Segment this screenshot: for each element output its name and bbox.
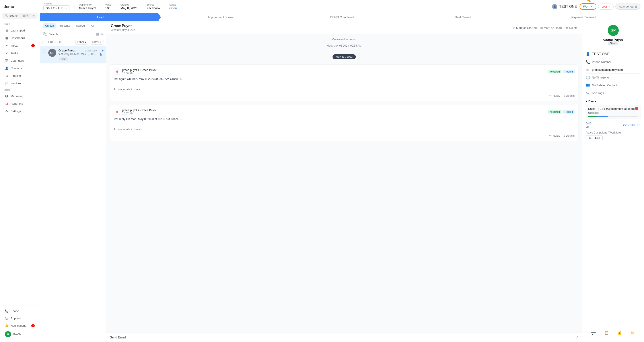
sidebar-item-launchpad[interactable]: ⊞ Launchpad — [1, 27, 38, 34]
gmail-icon-1: M — [114, 69, 120, 75]
created-field: Created May 8, 2023 — [120, 3, 138, 10]
configure-link[interactable]: CONFIGURE — [623, 123, 640, 127]
sidebar-label-settings: Settings — [11, 110, 21, 113]
reply-button-2[interactable]: ↩ Reply — [549, 134, 560, 137]
bottom-tab-4[interactable]: 📁 — [626, 329, 639, 337]
message-badges-2: Accepted Replied — [548, 110, 575, 114]
inbox-badge: 1 — [31, 44, 35, 47]
details-button-1[interactable]: ℹ Details — [564, 94, 575, 97]
reply-button-1[interactable]: ↩ Reply — [549, 94, 560, 97]
details-button-2[interactable]: ℹ Details — [564, 134, 575, 137]
sidebar-item-pipeline[interactable]: ⊟ Pipeline — [1, 72, 38, 79]
deal-delete-icon[interactable] — [635, 107, 638, 110]
flash-icon: ⚡ — [32, 14, 35, 17]
stage-deal-closed[interactable]: Deal Closed — [402, 13, 523, 21]
star-icon: ☆ — [512, 26, 515, 30]
sidebar-item-profile[interactable]: G Profile — [1, 329, 38, 339]
deals-header[interactable]: ▾ Deals — [586, 100, 640, 103]
message-body-1: test again On Mon, May 8, 2023 at 9:59 A… — [114, 77, 575, 91]
sidebar-item-reporting[interactable]: 📊 Reporting — [1, 100, 38, 107]
assigned-user-value: TEST ONE — [592, 52, 610, 56]
reply-icon-1: ↩ — [549, 94, 552, 97]
mark-read-button[interactable]: ✉ Mark as Read — [540, 26, 562, 30]
search-button[interactable]: 🔍 Search ctrl K ⚡ — [2, 13, 38, 19]
action-buttons: Won ✓ Lost ✕ Abandoned ⊟ — [580, 3, 640, 10]
conversation-began-label: Conversation began — [110, 38, 578, 41]
sidebar-label-profile: Profile — [13, 333, 22, 336]
tab-starred[interactable]: Starred — [73, 23, 87, 28]
won-button[interactable]: Won ✓ — [580, 3, 596, 10]
bottom-tab-1[interactable]: 💬 — [588, 329, 600, 337]
sort-label: Latest — [92, 41, 99, 44]
select-all-checkbox[interactable] — [42, 41, 46, 44]
status-value: Open — [169, 7, 177, 10]
delete-button[interactable]: 🗑 Delete — [565, 26, 578, 30]
results-count: 1 RESULTS — [48, 41, 62, 44]
badge-accepted-1: Accepted — [548, 70, 562, 73]
sidebar-item-notifications[interactable]: 🔔 Notifications 4 — [1, 322, 38, 329]
deals-label: Deals — [588, 100, 596, 103]
lost-button[interactable]: Lost ✕ — [598, 4, 614, 10]
tab-unread[interactable]: Unread — [42, 23, 56, 28]
panels: Unread Recents Starred All 🔍 ⊞ — [40, 21, 644, 342]
stage-demo-label: DEMO Completed — [330, 16, 354, 19]
filter-dropdown[interactable]: Other ▾ — [75, 40, 88, 45]
conv-item-checkbox[interactable] — [42, 49, 46, 53]
sidebar-label-calendars: Calendars — [11, 59, 24, 62]
sidebar-item-dashboard[interactable]: ▦ Dashboard — [1, 34, 38, 42]
sort-dropdown[interactable]: Latest ▾ — [90, 40, 104, 45]
stage-lead[interactable]: Lead — [40, 13, 161, 21]
message-more-1: 1 more emails in thread — [114, 87, 575, 91]
expand-icon[interactable]: ⤢ — [576, 335, 578, 339]
bottom-tab-3[interactable]: 💰 — [614, 329, 626, 337]
stage-demo-completed[interactable]: DEMO Completed — [281, 13, 402, 21]
notifications-badge: 4 — [31, 324, 35, 327]
sidebar-label-dashboard: Dashboard — [11, 36, 25, 40]
compose-icon[interactable]: ✏ — [100, 32, 104, 36]
filter-icon[interactable]: ⊞ — [96, 32, 99, 36]
created-value: May 8, 2023 — [120, 7, 138, 10]
mark-starred-button[interactable]: ☆ Mark as Starred — [512, 26, 536, 30]
sidebar-item-invoices[interactable]: 📄 Invoices — [1, 80, 38, 87]
search-icon: 🔍 — [4, 14, 8, 17]
sidebar-item-inbox[interactable]: ✉ Inbox 1 — [1, 42, 38, 49]
badge-replied-1: Replied — [563, 70, 575, 73]
message-header-1: M grace puyot > Grace Puyot 10:00 AM Acc… — [114, 68, 575, 75]
opportunity-field: Opportunity Grace Puyot — [79, 3, 96, 10]
sidebar-item-phone[interactable]: 📞 Phone — [1, 307, 38, 314]
tab-all[interactable]: All — [88, 23, 96, 28]
unread-dot — [102, 50, 104, 52]
link-icon: 👥 — [586, 83, 590, 87]
launchpad-icon: ⊞ — [5, 29, 8, 32]
sidebar-item-settings[interactable]: ⚙ Settings — [1, 108, 38, 115]
sidebar-item-support[interactable]: 💬 Support — [1, 315, 38, 322]
message-body-2: test reply On Mon, May 8, 2023 at 10:05 … — [114, 117, 575, 131]
opportunity-value: Grace Puyot — [79, 7, 96, 10]
header-divider-3 — [116, 3, 116, 11]
conv-created: Created: May 8, 2023 — [111, 28, 136, 32]
stage-payment-received[interactable]: Payment Received — [523, 13, 644, 21]
status-field: Status Open — [169, 3, 177, 10]
top-header: Pipeline SALES - TEST ▾ Opportunity Grac… — [40, 0, 644, 13]
tab-recents[interactable]: Recents — [58, 23, 72, 28]
dnd-status: OFF — [586, 125, 592, 128]
sidebar-item-marketing[interactable]: 📢 Marketing — [1, 92, 38, 100]
message-ellipsis-1: ••• — [114, 82, 575, 86]
conversation-item[interactable]: GP Grace Puyot 9 days ago test reply On … — [40, 46, 106, 63]
header-divider-5 — [164, 3, 165, 11]
contact-bottom-tabs: 💬 📋 💰 📁 — [586, 327, 640, 338]
message-footer-1: ↩ Reply ℹ Details — [114, 94, 575, 97]
sidebar-item-calendars[interactable]: 📅 Calendars — [1, 57, 38, 64]
message-sender-info-1: grace puyot > Grace Puyot 10:00 AM — [122, 68, 156, 75]
abandoned-button[interactable]: Abandoned ⊟ — [616, 4, 640, 10]
sidebar-item-contacts[interactable]: 👤 Contacts — [1, 65, 38, 72]
stage-appointment-booked[interactable]: Appointment Booked — [160, 13, 282, 21]
message-ellipsis-2: ••• — [114, 122, 575, 126]
contact-header: GP Grace Puyot Team — [586, 25, 640, 48]
sidebar-item-tasks[interactable]: ✓ Tasks — [1, 50, 38, 57]
pipeline-select[interactable]: SALES - TEST ▾ — [44, 5, 70, 11]
add-campaign-button[interactable]: ⊕ + Add — [586, 135, 602, 141]
sidebar-label-marketing: Marketing — [11, 94, 23, 98]
bottom-tab-2[interactable]: 📋 — [600, 329, 613, 337]
conv-search-input[interactable] — [49, 33, 94, 36]
